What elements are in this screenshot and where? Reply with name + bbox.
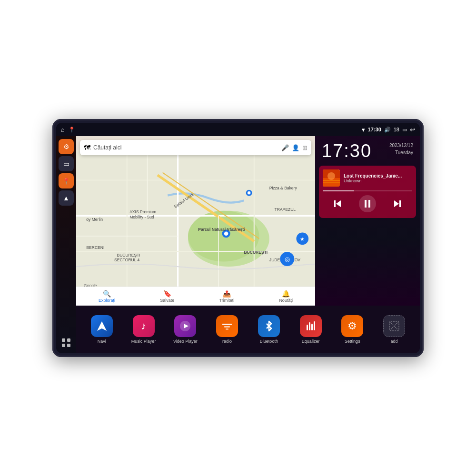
status-right-icons: ▾ 17:30 🔊 18 ▭ ↩ [362,126,415,133]
svg-text:◎: ◎ [285,256,290,263]
app-add[interactable]: add [380,315,408,344]
radio-label: radio [222,339,232,344]
music-thumbnail [323,169,340,187]
google-maps-icon: 🗺 [84,144,90,151]
add-label: add [391,339,398,344]
map-bottom-bar: 🔍 Explorați 🔖 Salvate 📤 Trimiteți [76,287,315,306]
music-progress-bar [323,190,412,191]
map-search-text: Căutați aici [93,144,278,151]
svg-marker-39 [97,321,107,331]
svg-rect-3 [67,344,70,347]
files-icon: ▭ [63,160,69,168]
svg-rect-42 [222,324,232,325]
back-icon[interactable]: ↩ [410,126,415,133]
svg-rect-45 [307,326,308,330]
center-area: AXIS Premium Mobility - Sud Pizza & Bake… [76,136,420,353]
svg-rect-49 [307,325,308,326]
saved-label: Salvate [160,298,174,303]
svg-rect-52 [314,321,315,323]
svg-rect-47 [311,325,313,330]
sidebar-settings-btn[interactable]: ⚙ [59,139,74,154]
music-progress-fill [323,190,354,191]
music-text: Lost Frequencies_Janie... Unknown [344,173,412,183]
radio-icon [216,315,238,337]
clock-date-value: 2023/12/12 [389,142,413,149]
svg-rect-32 [323,182,340,183]
svg-text:Parcul Natural Văcărești: Parcul Natural Văcărești [198,227,245,232]
svg-rect-48 [314,322,315,330]
svg-text:TRAPEZUL: TRAPEZUL [275,207,296,212]
status-bar: ⌂ 📍 ▾ 17:30 🔊 18 ▭ ↩ [56,123,420,136]
svg-text:Mobility - Sud: Mobility - Sud [129,215,154,219]
svg-rect-36 [368,200,370,208]
svg-rect-1 [67,338,70,342]
svg-rect-34 [334,200,336,207]
music-player-icon: ♪ [133,315,155,337]
app-bluetooth[interactable]: Bluetooth [255,315,283,344]
pause-btn[interactable] [359,195,376,212]
sidebar-map-btn[interactable]: 📍 [59,173,74,188]
bluetooth-icon [258,315,280,337]
main-content: ⚙ ▭ 📍 ▲ [56,136,420,353]
sidebar-nav-btn[interactable]: ▲ [59,190,74,206]
map-send-btn[interactable]: 📤 Trimiteți [219,290,235,303]
map-explore-btn[interactable]: 🔍 Explorați [99,290,115,303]
svg-rect-35 [365,200,367,208]
app-radio[interactable]: radio [213,315,241,344]
svg-text:BUCUREȘTI: BUCUREȘTI [244,250,268,255]
app-music-player[interactable]: ♪ Music Player [129,315,158,344]
app-equalizer[interactable]: Equalizer [297,315,325,344]
svg-rect-38 [399,200,401,207]
clock-date: 2023/12/12 Tuesday [389,142,413,156]
app-grid: Navi ♪ Music Player [76,306,420,353]
prev-track-btn[interactable] [329,195,346,212]
settings-app-icon: ⚙ [341,315,363,337]
device-screen: ⌂ 📍 ▾ 17:30 🔊 18 ▭ ↩ ⚙ ▭ [56,123,420,353]
equalizer-icon [300,315,322,337]
volume-icon: 🔊 [384,127,391,133]
explore-icon: 🔍 [103,290,111,298]
svg-text:★: ★ [300,236,305,242]
battery-icon: ▭ [402,127,407,133]
grid-icon [61,337,71,348]
top-panels: AXIS Premium Mobility - Sud Pizza & Bake… [76,136,420,306]
map-news-btn[interactable]: 🔔 Noutăți [279,290,293,303]
map-panel[interactable]: AXIS Premium Mobility - Sud Pizza & Bake… [76,136,315,306]
svg-marker-33 [336,200,341,207]
device-frame: ⌂ 📍 ▾ 17:30 🔊 18 ▭ ↩ ⚙ ▭ [52,119,424,357]
svg-text:SECTORUL 4: SECTORUL 4 [114,258,139,262]
next-track-btn[interactable] [389,195,406,212]
home-icon[interactable]: ⌂ [61,126,65,133]
left-sidebar: ⚙ ▭ 📍 ▲ [56,136,76,353]
right-panel: 17:30 2023/12/12 Tuesday [315,136,420,306]
nav-arrow-icon: ▲ [63,194,69,202]
svg-point-10 [224,231,228,236]
clock-day: Tuesday [389,149,413,156]
music-section: Lost Frequencies_Janie... Unknown [319,166,416,218]
mic-icon[interactable]: 🎤 [281,144,289,151]
account-icon[interactable]: 👤 [292,144,299,151]
status-time: 17:30 [368,127,381,132]
map-search-bar[interactable]: 🗺 Căutați aici 🎤 👤 ⊞ [80,140,311,155]
wifi-icon: ▾ [362,126,365,133]
svg-marker-37 [394,200,399,207]
svg-rect-43 [224,326,230,327]
send-label: Trimiteți [219,298,235,303]
news-label: Noutăți [279,298,293,303]
map-saved-btn[interactable]: 🔖 Salvate [160,290,174,303]
sidebar-files-btn[interactable]: ▭ [59,156,74,171]
location-icon[interactable]: 📍 [69,127,75,133]
status-left-icons: ⌂ 📍 [61,126,75,133]
svg-point-30 [327,172,335,180]
app-navi[interactable]: Navi [88,315,116,344]
app-settings[interactable]: ⚙ Settings [338,315,367,344]
music-player-label: Music Player [131,339,156,344]
svg-point-8 [248,191,250,194]
svg-rect-46 [309,323,310,330]
sidebar-grid-btn[interactable] [59,335,74,350]
svg-text:BERCENI: BERCENI [86,245,104,250]
svg-rect-51 [311,324,313,325]
navi-label: Navi [98,339,106,344]
app-video-player[interactable]: Video Player [171,315,199,344]
layers-icon[interactable]: ⊞ [302,144,307,151]
